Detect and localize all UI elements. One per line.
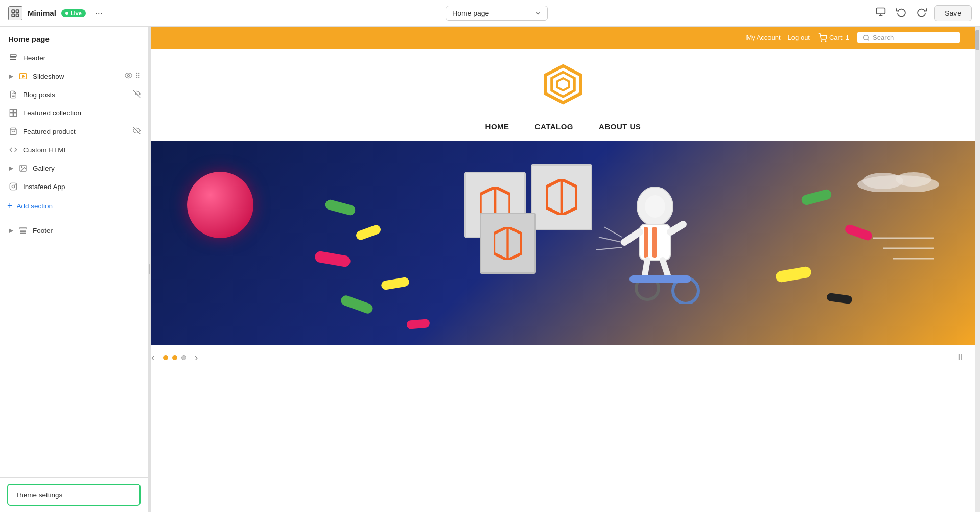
scrollbar[interactable]	[975, 27, 980, 512]
svg-point-62	[896, 172, 931, 187]
product-hidden-icon[interactable]	[133, 127, 141, 136]
drag-icon[interactable]: ⠿	[135, 72, 141, 81]
magento-logo-2	[546, 179, 577, 215]
svg-rect-0	[12, 10, 14, 12]
live-label: Live	[71, 10, 82, 16]
product-actions	[133, 127, 141, 136]
store-banner	[151, 141, 975, 345]
svg-point-27	[15, 184, 15, 185]
sidebar-item-featured-collection[interactable]: Featured collection	[0, 104, 148, 122]
cart-button[interactable]: Cart: 1	[818, 33, 849, 42]
slideshow-controls: ‹ › ⏸	[151, 345, 975, 366]
dot-3[interactable]	[181, 355, 186, 360]
store-topbar: My Account Log out Cart: 1	[151, 27, 975, 49]
add-section-button[interactable]: + Add section	[0, 196, 148, 217]
slide-next-button[interactable]: ›	[195, 352, 198, 363]
svg-rect-3	[16, 14, 19, 16]
search-icon	[862, 34, 870, 41]
eye-icon[interactable]	[125, 72, 132, 81]
footer-chevron: ▶	[9, 227, 13, 234]
instafeed-icon	[9, 182, 18, 191]
slideshow-actions: ⠿	[125, 72, 141, 81]
store-preview: My Account Log out Cart: 1	[151, 27, 975, 512]
redo-button[interactable]	[914, 4, 930, 22]
chevron-down-icon	[535, 10, 541, 16]
nav-home[interactable]: HOME	[485, 122, 509, 131]
dot-2[interactable]	[172, 355, 177, 360]
save-button[interactable]: Save	[934, 5, 972, 21]
page-selector-text: Home page	[452, 9, 489, 17]
cart-icon	[818, 33, 827, 42]
search-placeholder: Search	[873, 34, 894, 41]
hidden-icon[interactable]	[133, 90, 141, 99]
preview-frame: My Account Log out Cart: 1	[151, 27, 975, 512]
sidebar-item-slideshow[interactable]: ▶ Slideshow ⠿	[0, 67, 148, 85]
sidebar-item-instafeed[interactable]: Instafeed App	[0, 177, 148, 196]
live-dot	[65, 12, 68, 15]
svg-rect-48	[644, 227, 648, 258]
undo-button[interactable]	[893, 4, 909, 22]
sidebar-item-featured-product[interactable]: Featured product	[0, 122, 148, 141]
sidebar-item-product-label: Featured product	[23, 128, 128, 135]
collection-icon	[9, 108, 18, 118]
svg-rect-49	[652, 227, 657, 258]
deco-lines	[873, 233, 934, 264]
svg-rect-7	[10, 55, 16, 56]
nav-about-us[interactable]: ABOUT US	[599, 122, 641, 131]
svg-rect-25	[10, 183, 16, 190]
sidebar-item-footer[interactable]: ▶ Footer	[0, 221, 148, 240]
main-layout: Home page Header ▶ Slideshow	[0, 27, 980, 512]
sidebar-item-header-label: Header	[23, 54, 141, 62]
top-bar-left: Minimal Live ···	[8, 6, 121, 20]
sidebar-item-collection-label: Featured collection	[23, 109, 141, 117]
slide-prev-button[interactable]: ‹	[151, 352, 155, 363]
svg-point-24	[21, 167, 22, 168]
sidebar-item-slideshow-label: Slideshow	[33, 73, 120, 80]
section-divider	[0, 219, 148, 219]
sidebar-item-blog-posts[interactable]: Blog posts	[0, 85, 148, 104]
back-button[interactable]	[8, 6, 22, 20]
blog-icon	[9, 90, 18, 99]
svg-marker-37	[552, 72, 575, 97]
app-name: Minimal	[28, 9, 56, 17]
dot-1[interactable]	[163, 355, 168, 360]
svg-line-52	[645, 260, 647, 275]
store-logo-area	[151, 49, 975, 115]
pause-button[interactable]: ⏸	[955, 352, 965, 363]
svg-point-26	[12, 185, 14, 188]
store-nav: HOME CATALOG ABOUT US	[151, 115, 975, 141]
my-account-link[interactable]: My Account	[746, 34, 780, 41]
product-icon	[9, 127, 18, 136]
more-button[interactable]: ···	[91, 6, 107, 20]
nav-catalog[interactable]: CATALOG	[535, 122, 573, 131]
svg-marker-11	[22, 75, 25, 77]
sidebar-item-gallery-label: Gallery	[33, 165, 141, 172]
add-icon: +	[7, 201, 13, 212]
svg-point-32	[821, 41, 822, 42]
sidebar-item-custom-html[interactable]: Custom HTML	[0, 141, 148, 159]
top-bar-center: Home page	[127, 6, 867, 21]
slideshow-icon	[18, 72, 28, 81]
svg-point-34	[864, 35, 868, 39]
search-box[interactable]: Search	[857, 32, 960, 43]
page-selector[interactable]: Home page	[446, 6, 548, 21]
svg-line-59	[596, 247, 622, 250]
sidebar-item-blog-label: Blog posts	[23, 91, 128, 99]
theme-settings-button[interactable]: Theme settings	[7, 484, 141, 506]
svg-line-57	[604, 227, 622, 237]
sidebar: Home page Header ▶ Slideshow	[0, 27, 148, 512]
magento-logo-3	[494, 227, 522, 260]
svg-point-12	[128, 75, 130, 77]
desktop-view-button[interactable]	[873, 4, 889, 22]
sidebar-item-gallery[interactable]: ▶ Gallery	[0, 159, 148, 177]
svg-rect-4	[877, 8, 885, 14]
sidebar-item-header[interactable]: Header	[0, 49, 148, 67]
svg-rect-19	[10, 113, 13, 117]
sidebar-title: Home page	[0, 27, 148, 49]
svg-rect-18	[14, 109, 17, 112]
log-out-link[interactable]: Log out	[788, 34, 810, 41]
svg-rect-20	[14, 113, 17, 117]
svg-line-53	[663, 260, 668, 275]
svg-marker-38	[557, 78, 569, 90]
sidebar-item-instafeed-label: Instafeed App	[23, 183, 141, 191]
